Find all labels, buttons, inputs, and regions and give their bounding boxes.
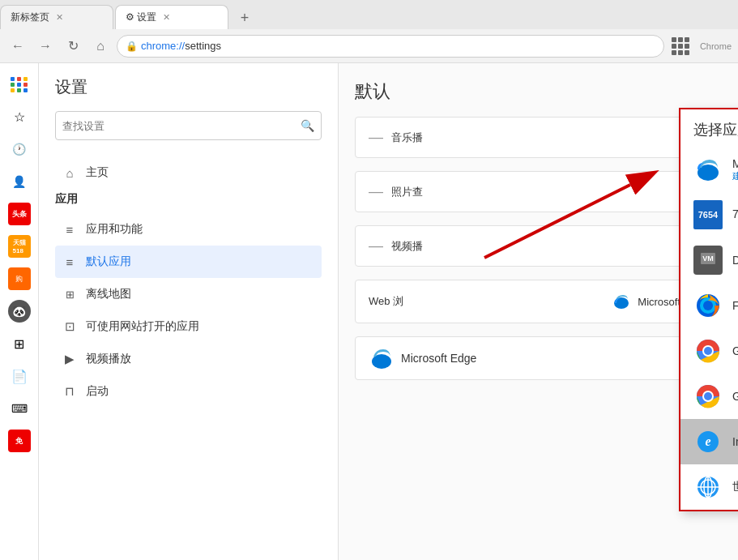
sidebar-icon-1[interactable]: ☆ (5, 102, 34, 131)
nav-item-apps[interactable]: ≡ 应用和功能 (55, 213, 322, 246)
app-item-edge[interactable]: Microsoft Edge 建议用于 Windows 10 (680, 147, 738, 192)
app-item-7654[interactable]: 7654 7654浏览器 (680, 192, 738, 237)
search-icon: 🔍 (301, 119, 314, 132)
grid-icon-small (11, 77, 28, 92)
sidebar-icon-3[interactable]: 👤 (5, 167, 34, 196)
app-info-7654: 7654浏览器 (732, 207, 738, 222)
section-apps-label: 应用 (55, 192, 322, 207)
dialog-overlay: 选择应用 — □ ✕ (339, 63, 738, 560)
nav-item-startup[interactable]: ⊓ 启动 (55, 375, 322, 408)
home-button[interactable]: ⌂ (89, 35, 112, 58)
nav-item-label: 离线地图 (86, 287, 131, 301)
app-icon-chrome1 (693, 336, 723, 365)
svg-point-14 (704, 392, 712, 400)
browser-frame: 新标签页 ✕ ⚙ 设置 ✕ + ← → ↻ ⌂ 🔒 chrome:// sett… (0, 0, 738, 560)
app-name-edge: Microsoft Edge (732, 157, 738, 170)
nav-item-video[interactable]: ▶ 视频播放 (55, 343, 322, 375)
chrome-label: Chrome (700, 41, 732, 51)
app-info-shijie: 世界之窗浏览器 (732, 480, 738, 494)
tab-close-btn[interactable]: ✕ (56, 12, 63, 23)
app-info-ie: Internet Explorer (732, 435, 738, 448)
sidebar-icon-2[interactable]: 🕐 (5, 135, 34, 164)
nav-item-home[interactable]: ⌂ 主页 (55, 156, 322, 189)
dialog-content: Microsoft Edge 建议用于 Windows 10 7654 (680, 147, 738, 510)
grid-icon (672, 37, 689, 55)
sidebar-icon-tianmao[interactable]: 天猫518 (5, 232, 34, 261)
settings-panel: 设置 🔍 ⌂ 主页 应用 ≡ 应用和功能 ≡ 默认应用 ⊞ 离线地图 (39, 63, 339, 560)
main-content: ☆ 🕐 👤 头条 天猫518 购 🐼 ⊞ 📄 ⌨ 免 设置 (0, 63, 738, 560)
tab-close-btn[interactable]: ✕ (163, 12, 170, 23)
app-item-ie[interactable]: e Internet Explorer (680, 419, 738, 464)
nav-item-label: 视频播放 (86, 352, 131, 366)
app-item-vmhost[interactable]: VM Default Host Application (680, 237, 738, 283)
app-name-chrome2: Google Chrome (732, 390, 738, 403)
nav-item-label: 启动 (86, 384, 109, 399)
sidebar-icon-shop[interactable]: 购 (5, 264, 34, 293)
settings-title: 设置 (55, 76, 322, 98)
tab-settings[interactable]: ⚙ 设置 ✕ (115, 5, 228, 29)
sidebar-icon-grid[interactable]: ⊞ (5, 329, 34, 358)
app-icon-ie: e (693, 427, 723, 456)
app-item-chrome2[interactable]: Google Chrome (680, 374, 738, 419)
sidebar-icons: ☆ 🕐 👤 头条 天猫518 购 🐼 ⊞ 📄 ⌨ 免 (0, 63, 39, 560)
app-info-firefox: Firefox (732, 299, 738, 312)
app-item-shijie[interactable]: 世界之窗浏览器 (680, 464, 738, 510)
nav-item-website-apps[interactable]: ⊡ 可使用网站打开的应用 (55, 310, 322, 343)
nav-item-label: 默认应用 (86, 254, 131, 269)
app-icon-vm: VM (693, 246, 723, 275)
default-icon: ≡ (62, 254, 78, 270)
apps-button[interactable] (669, 35, 692, 58)
app-info-chrome2: Google Chrome (732, 390, 738, 403)
app-name-7654: 7654浏览器 (732, 207, 738, 222)
nav-item-default[interactable]: ≡ 默认应用 (55, 246, 322, 278)
app-item-chrome1[interactable]: Google Chrome (680, 328, 738, 374)
app-name-chrome1: Google Chrome (732, 344, 738, 357)
reload-button[interactable]: ↻ (62, 35, 84, 58)
nav-item-label: 应用和功能 (86, 222, 143, 237)
nav-item-maps[interactable]: ⊞ 离线地图 (55, 278, 322, 310)
svg-point-11 (704, 347, 712, 355)
app-name-firefox: Firefox (732, 299, 738, 312)
nav-item-label: 主页 (86, 165, 109, 180)
tab-label: 新标签页 (11, 11, 49, 24)
app-icon-7654: 7654 (693, 200, 723, 229)
tab-bar: 新标签页 ✕ ⚙ 设置 ✕ + (0, 0, 738, 29)
app-sub-edge: 建议用于 Windows 10 (732, 170, 738, 182)
url-bar[interactable]: 🔒 chrome:// settings (117, 35, 664, 58)
sidebar-icon-free[interactable]: 免 (5, 426, 34, 455)
video-icon: ▶ (62, 351, 78, 367)
back-button[interactable]: ← (6, 35, 29, 58)
forward-button[interactable]: → (34, 35, 57, 58)
maps-icon: ⊞ (62, 286, 78, 302)
startup-icon: ⊓ (62, 383, 78, 400)
dialog-title: 选择应用 (693, 120, 738, 139)
sidebar-apps-icon[interactable] (5, 70, 34, 99)
new-tab-button[interactable]: + (233, 6, 256, 29)
sidebar-icon-toutiao[interactable]: 头条 (5, 199, 34, 229)
svg-text:VM: VM (702, 254, 714, 263)
app-name-ie: Internet Explorer (732, 435, 738, 448)
home-icon: ⌂ (62, 165, 78, 181)
app-icon-firefox (693, 291, 723, 320)
app-item-firefox[interactable]: Firefox (680, 283, 738, 328)
search-input[interactable] (62, 120, 301, 132)
url-lock-icon: 🔒 (126, 41, 138, 52)
apps-icon: ≡ (62, 221, 78, 237)
sidebar-icon-keyboard[interactable]: ⌨ (5, 394, 34, 423)
url-path: settings (185, 40, 221, 52)
app-icon-shijie (693, 472, 723, 502)
dialog-title-bar: 选择应用 — □ ✕ (680, 109, 738, 147)
sidebar-icon-doc[interactable]: 📄 (5, 361, 34, 391)
app-list: Microsoft Edge 建议用于 Windows 10 7654 (680, 147, 738, 510)
search-box[interactable]: 🔍 (55, 111, 322, 140)
main-area: 默认 — 音乐播 — 照片查 — 视频播 (339, 63, 738, 560)
app-icon-chrome2 (693, 382, 723, 411)
nav-item-label: 可使用网站打开的应用 (86, 319, 199, 334)
tab-label: ⚙ 设置 (126, 11, 156, 24)
svg-line-23 (484, 185, 630, 258)
sidebar-icon-panda[interactable]: 🐼 (5, 297, 34, 326)
app-info-chrome1: Google Chrome (732, 344, 738, 357)
svg-point-8 (703, 301, 713, 310)
app-name-shijie: 世界之窗浏览器 (732, 480, 738, 494)
tab-new-tab[interactable]: 新标签页 ✕ (0, 5, 113, 29)
